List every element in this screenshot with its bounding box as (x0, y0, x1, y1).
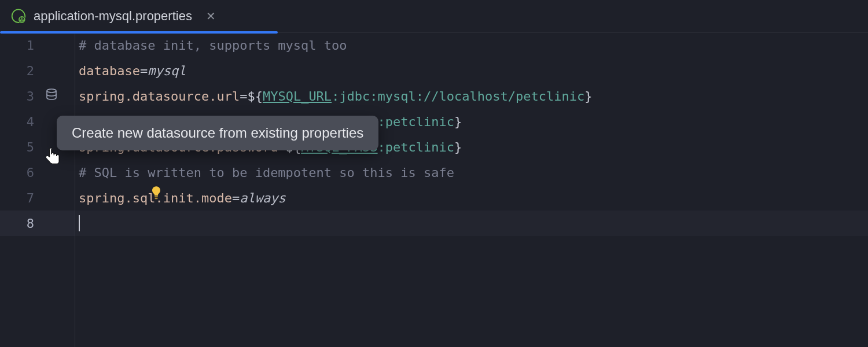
key-token: database (79, 64, 140, 78)
code-area[interactable]: # database init, supports mysql too data… (75, 32, 868, 347)
code-line[interactable]: database=mysql (75, 58, 868, 83)
comment-token: # database init, supports mysql too (79, 38, 347, 53)
gutter-line[interactable]: 4 (0, 109, 75, 134)
code-line[interactable]: spring.sql.init.mode=always (75, 185, 868, 211)
key-token: spring.datasource.url (79, 89, 240, 104)
gutter: 1 2 3 4 5 6 7 8 (0, 32, 75, 347)
brace-token: } (454, 115, 462, 129)
tab-title: application-mysql.properties (34, 9, 192, 24)
value-token: mysql (148, 64, 186, 78)
gutter-line[interactable]: 8 (0, 211, 75, 236)
equals-token: = (140, 64, 148, 78)
gutter-line[interactable]: 1 (0, 32, 75, 58)
line-number: 7 (27, 191, 34, 205)
gutter-line[interactable]: 3 (0, 83, 75, 109)
literal-token: petclinic (385, 140, 454, 154)
database-gutter-icon[interactable] (45, 88, 58, 105)
lightbulb-icon[interactable] (89, 171, 162, 217)
spring-file-icon (10, 8, 27, 24)
literal-token: petclinic (385, 115, 454, 129)
editor: 1 2 3 4 5 6 7 8 # database init, support… (0, 32, 868, 347)
colon-token: : (378, 115, 385, 129)
gutter-line[interactable]: 6 (0, 160, 75, 185)
equals-token: = (240, 89, 247, 104)
code-line[interactable]: spring.datasource.password=${MYSQL_PASS:… (75, 134, 868, 160)
code-line[interactable] (75, 211, 868, 236)
code-line[interactable]: # SQL is written to be idempotent so thi… (75, 160, 868, 185)
env-var-token: MYSQL_PASS (301, 140, 377, 154)
gutter-line[interactable]: 5 (0, 134, 75, 160)
colon-token: : (378, 140, 385, 154)
literal-token: jdbc:mysql://localhost/petclinic (339, 89, 584, 104)
line-number: 6 (27, 165, 34, 180)
line-number: 2 (27, 64, 34, 78)
value-token: always (240, 191, 285, 205)
env-var-token: MYSQL_URL (263, 89, 332, 104)
line-number: 4 (27, 115, 34, 129)
dollar-token: $ (247, 89, 255, 104)
key-token: spring.datasource.password (79, 140, 278, 154)
brace-token: } (584, 89, 592, 104)
brace-token: { (293, 140, 301, 154)
env-var-token: MYSQL_USER (301, 115, 377, 129)
svg-rect-3 (155, 196, 158, 197)
close-tab-icon[interactable]: ✕ (206, 9, 216, 23)
brace-token: { (293, 115, 301, 129)
code-line[interactable]: # database init, supports mysql too (75, 32, 868, 58)
line-number: 3 (27, 89, 34, 104)
line-number: 8 (27, 216, 34, 231)
brace-token: } (454, 140, 462, 154)
svg-point-2 (47, 89, 56, 93)
active-tab-indicator (0, 31, 278, 34)
key-token: spring.datasource.username (79, 115, 278, 129)
line-number: 1 (27, 38, 34, 53)
svg-rect-4 (155, 198, 157, 199)
equals-token: = (278, 140, 285, 154)
text-caret (79, 215, 80, 231)
equals-token: = (278, 115, 285, 129)
gutter-line[interactable]: 2 (0, 58, 75, 83)
line-number: 5 (27, 140, 34, 154)
colon-token: : (332, 89, 339, 104)
gutter-line[interactable]: 7 (0, 185, 75, 211)
tab-bar: application-mysql.properties ✕ (0, 0, 868, 32)
dollar-token: $ (286, 115, 293, 129)
equals-token: = (232, 191, 240, 205)
editor-tab[interactable]: application-mysql.properties ✕ (0, 0, 226, 32)
dollar-token: $ (286, 140, 293, 154)
brace-token: { (255, 89, 263, 104)
code-line[interactable]: spring.datasource.url=${MYSQL_URL:jdbc:m… (75, 83, 868, 109)
code-line[interactable]: spring.datasource.username=${MYSQL_USER:… (75, 109, 868, 134)
